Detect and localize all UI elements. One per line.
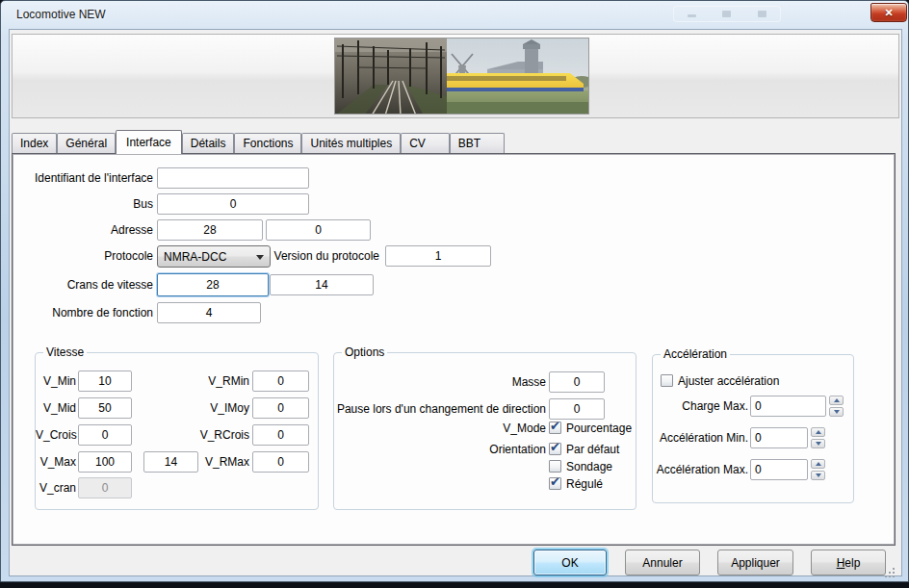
ajuster-acceleration-label: Ajuster accélération [678,374,779,388]
train-scene-illustration [335,38,589,115]
masse-input[interactable] [549,371,605,393]
tab-interface[interactable]: Interface [116,130,182,154]
checkmark-icon: ✔ [550,440,560,454]
vrmax-input[interactable] [252,451,309,473]
resize-grip[interactable] [885,566,896,577]
apply-button[interactable]: Appliquer [717,550,793,575]
par-defaut-checkbox[interactable]: ✔ [549,443,561,455]
minimize-icon [688,14,696,17]
window-frame: Locomotive NEW ✕ [0,0,909,582]
interface-id-input[interactable] [157,167,309,189]
pourcentage-label: Pourcentage [566,422,632,435]
tab-bbt[interactable]: BBT [450,133,505,153]
chevron-down-icon [256,255,264,260]
charge-max-input[interactable] [750,396,826,417]
vmin-label: V_Min [36,371,76,392]
version-protocole-label: Version du protocole [266,245,379,268]
spin-up-icon[interactable] [811,427,825,437]
ajuster-acceleration-checkbox[interactable]: ✔ [661,374,673,387]
tab-details[interactable]: Détails [182,133,235,153]
spin-up-icon[interactable] [811,459,825,469]
spin-down-icon[interactable] [829,407,844,417]
acceleration-group-title: Accélération [661,347,730,361]
pourcentage-checkbox[interactable]: ✔ [549,422,561,434]
orientation-label: Orientation [334,443,546,456]
nombre-fonction-label: Nombre de fonction [13,302,153,323]
vmax-label: V_Max [36,451,76,473]
titlebar-disabled-buttons [673,6,781,22]
interface-id-label: Identifiant de l'interface [13,167,153,189]
acceleration-min-stepper [811,427,825,448]
protocole-selected-value: NMRA-DCC [164,250,226,264]
vcran-label: V_cran [36,477,76,499]
cancel-button-label: Annuler [626,556,699,570]
vmode-label: V_Mode [334,422,546,435]
vmin-input[interactable] [78,371,132,392]
adresse-input-1[interactable] [157,219,263,241]
pause-direction-input[interactable] [549,398,605,420]
sondage-label: Sondage [566,460,612,473]
acceleration-max-input[interactable] [750,459,808,480]
sondage-checkbox[interactable]: ✔ [549,460,561,473]
tab-label: Unités multiples [310,137,392,150]
regule-checkbox[interactable]: ✔ [549,477,561,490]
crans-vitesse-input-1[interactable] [157,273,269,296]
tab-label: Fonctions [243,137,293,150]
acceleration-min-input[interactable] [750,427,808,448]
vcrois-input[interactable] [78,424,132,446]
vrmax-label: V_RMax [190,451,249,473]
apply-button-label: Appliquer [718,556,792,570]
regule-label: Régulé [566,477,603,491]
checkmark-icon: ✔ [550,419,560,433]
version-protocole-input[interactable] [385,245,491,267]
adresse-input-2[interactable] [266,219,371,241]
bus-label: Bus [13,193,153,215]
par-defaut-label: Par défaut [566,443,619,456]
help-button[interactable]: Help [811,550,886,575]
tab-strip: Index Général Interface Détails Fonction… [12,129,505,153]
tab-fonctions[interactable]: Fonctions [234,133,301,153]
vmax-input[interactable] [78,451,132,473]
vcran-input [78,477,132,499]
vitesse-group: Vitesse V_Min V_RMin V_Mid V_IMoy V_Croi… [35,352,319,510]
tab-label: Index [20,137,48,150]
dialog-window: Locomotive NEW ✕ [0,0,909,588]
spin-down-icon[interactable] [811,471,825,480]
acceleration-min-label: Accélération Min. [653,427,748,448]
ok-button-label: OK [534,556,606,570]
vimoy-label: V_IMoy [190,397,249,419]
maximize-icon [722,11,731,17]
cancel-button[interactable]: Annuler [625,550,700,575]
protocole-label: Protocole [13,245,153,268]
vrcrois-label: V_RCrois [190,424,249,446]
tab-index[interactable]: Index [12,133,57,153]
restore-icon [758,11,766,17]
nombre-fonction-input[interactable] [157,302,261,323]
ok-button[interactable]: OK [533,550,607,575]
tab-label: Général [65,137,107,150]
spin-up-icon[interactable] [829,396,844,405]
vitesse-group-title: Vitesse [43,345,87,359]
options-group: Options Masse Pause lors d'un changement… [333,352,636,510]
tab-general[interactable]: Général [57,133,116,153]
tab-unites-multiples[interactable]: Unités multiples [301,133,401,153]
vimoy-input[interactable] [252,397,309,419]
crans-vitesse-input-2[interactable] [270,274,374,295]
vmid-input[interactable] [78,397,132,419]
protocole-select[interactable]: NMRA-DCC [157,245,271,268]
adresse-label: Adresse [13,219,153,241]
pause-direction-label: Pause lors d'un changement de direction [334,398,546,420]
dialog-body: Index Général Interface Détails Fonction… [9,29,902,576]
bus-input[interactable] [157,193,309,215]
header-photo [334,38,589,115]
header-banner [12,34,899,118]
crans-vitesse-label: Crans de vitesse [13,274,153,295]
acceleration-max-stepper [811,459,825,480]
tab-cv[interactable]: CV [401,133,450,153]
vrcrois-input[interactable] [252,424,309,446]
close-button[interactable]: ✕ [870,3,907,22]
title-bar[interactable]: Locomotive NEW ✕ [1,1,909,29]
acceleration-group: Accélération ✔ Ajuster accélération Char… [652,354,854,503]
spin-down-icon[interactable] [811,439,825,448]
vrmin-input[interactable] [252,371,309,392]
